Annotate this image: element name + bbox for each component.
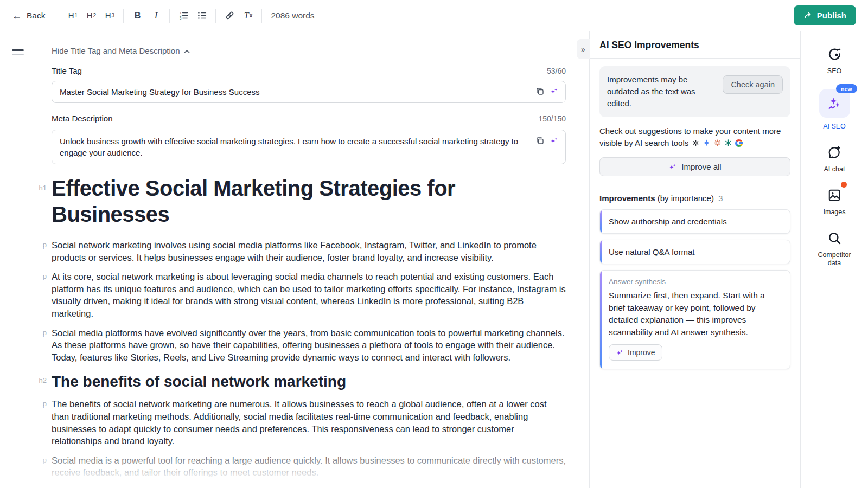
heading3-button[interactable]: H3 <box>101 8 118 24</box>
image-icon <box>826 187 843 203</box>
meta-description-counter: 150/150 <box>538 114 566 123</box>
panel-divider <box>590 185 800 185</box>
ai-sparkle-icon[interactable] <box>550 87 559 96</box>
gemini-icon <box>703 139 711 147</box>
meta-description-input[interactable]: Unlock business growth with effective so… <box>52 130 566 164</box>
improvement-card-expanded[interactable]: Answer synthesis Summarize first, then e… <box>599 270 790 369</box>
paragraph-block[interactable]: p Social network marketing involves usin… <box>52 239 566 264</box>
article-title[interactable]: Effective Social Marketing Strategies fo… <box>52 175 566 227</box>
toolbar-divider <box>169 9 170 23</box>
italic-button[interactable]: I <box>148 8 164 24</box>
improve-all-button[interactable]: Improve all <box>599 157 790 176</box>
new-badge: new <box>836 84 857 93</box>
improvement-card[interactable]: Use natural Q&A format <box>599 240 790 264</box>
improve-button[interactable]: Improve <box>609 344 662 361</box>
copy-icon[interactable] <box>535 136 545 145</box>
sidebar-item-label: Images <box>824 208 846 216</box>
sidebar-item-seo[interactable]: SEO <box>826 46 843 75</box>
suggestions-intro: Check out suggestions to make your conte… <box>599 125 790 149</box>
copy-icon[interactable] <box>535 87 545 96</box>
toolbar-divider <box>215 9 216 23</box>
panel-collapse-button[interactable]: » <box>577 39 590 59</box>
sidebar-item-images[interactable]: Images <box>824 187 846 216</box>
perplexity-icon <box>724 139 732 147</box>
ai-sparkles-icon <box>827 96 842 111</box>
magnifier-icon <box>826 230 843 246</box>
improvement-card-body: Summarize first, then expand. Start with… <box>609 290 781 338</box>
heading2-button[interactable]: H2 <box>83 8 99 24</box>
sidebar-item-label: AI chat <box>824 165 845 174</box>
heading1-button[interactable]: H1 <box>65 8 81 24</box>
block-marker: p <box>35 400 47 408</box>
title-tag-input[interactable]: Master Social Marketing Strategy for Bus… <box>52 81 566 103</box>
notification-dot <box>841 182 847 188</box>
ai-seo-panel: » AI SEO Improvements Improvements may b… <box>589 31 800 488</box>
ai-sparkle-icon[interactable] <box>550 136 559 145</box>
ai-sparkle-icon <box>668 163 677 171</box>
document-body[interactable]: h1 Effective Social Marketing Strategies… <box>52 175 566 488</box>
paragraph-block[interactable]: p One of the most significant advantages… <box>52 486 566 488</box>
clear-formatting-icon[interactable]: Tx <box>240 8 256 24</box>
svg-text:3: 3 <box>180 17 182 20</box>
block-marker: h1 <box>35 184 47 192</box>
publish-button[interactable]: Publish <box>794 5 856 25</box>
publish-arrow-icon <box>803 11 813 20</box>
block-marker: h2 <box>35 376 47 384</box>
paragraph-block[interactable]: p At its core, social network marketing … <box>52 271 566 319</box>
sidebar-item-competitor-data[interactable]: Competitor data <box>815 230 854 267</box>
hide-meta-toggle[interactable]: Hide Title Tag and Meta Description <box>52 46 190 55</box>
sidebar-item-label: Competitor data <box>815 251 854 267</box>
block-marker: p <box>35 456 47 464</box>
sidebar-item-ai-chat[interactable]: AI chat <box>824 144 845 174</box>
top-toolbar: ← Back H1 H2 H3 B I 1 2 3 <box>0 0 868 31</box>
claude-icon <box>713 139 722 147</box>
editor-column: Hide Title Tag and Meta Description Titl… <box>0 31 589 488</box>
sidebar-item-label: SEO <box>827 67 841 75</box>
improvement-card[interactable]: Show authorship and credentials <box>599 209 790 234</box>
ai-seo-active-tile[interactable]: new <box>819 89 850 118</box>
back-arrow-icon: ← <box>12 11 22 21</box>
bold-button[interactable]: B <box>129 8 145 24</box>
ai-sparkle-icon <box>616 349 624 357</box>
publish-label: Publish <box>817 11 846 20</box>
sidebar-item-ai-seo[interactable]: new AI SEO <box>819 89 850 131</box>
word-count: 2086 words <box>271 11 314 21</box>
improvements-count: 3 <box>718 194 723 203</box>
toolbar-divider <box>123 9 124 23</box>
paragraph-block[interactable]: p Social media platforms have evolved si… <box>52 327 566 364</box>
outdated-notice: Improvements may be outdated as the text… <box>599 66 790 117</box>
title-tag-label: Title Tag <box>52 66 82 75</box>
editor-collapse-icon[interactable] <box>12 49 24 55</box>
document-heading2[interactable]: h2 The benefits of social network market… <box>52 372 566 391</box>
chat-bubble-icon <box>826 144 843 160</box>
paragraph-block[interactable]: p The benefits of social network marketi… <box>52 398 566 447</box>
ordered-list-icon[interactable]: 1 2 3 <box>175 8 192 24</box>
panel-title: AI SEO Improvements <box>599 40 790 51</box>
right-sidebar: SEO new AI SEO <box>800 31 868 488</box>
improvement-card-label: Answer synthesis <box>609 278 781 286</box>
seo-gauge-icon <box>826 46 843 62</box>
back-button[interactable]: ← Back <box>12 11 45 21</box>
block-marker: p <box>35 241 47 249</box>
improvements-heading: Improvements (by importance) 3 <box>599 194 790 203</box>
title-tag-counter: 53/60 <box>547 67 566 75</box>
bullet-list-icon[interactable] <box>194 8 210 24</box>
back-label: Back <box>27 11 45 21</box>
sidebar-item-label: AI SEO <box>823 123 846 131</box>
paragraph-block[interactable]: p Social media is a powerful tool for re… <box>52 454 566 479</box>
check-again-button[interactable]: Check again <box>723 75 783 94</box>
link-icon[interactable] <box>221 8 238 24</box>
meta-description-label: Meta Description <box>52 114 113 123</box>
openai-icon <box>692 139 700 147</box>
chevron-up-icon <box>184 49 190 54</box>
google-icon <box>735 139 743 147</box>
document-heading1[interactable]: h1 Effective Social Marketing Strategies… <box>52 175 566 227</box>
content-editor-app: ← Back H1 H2 H3 B I 1 2 3 <box>0 0 868 488</box>
toolbar-divider <box>261 9 262 23</box>
block-marker: p <box>35 329 47 337</box>
block-marker: p <box>35 272 47 280</box>
